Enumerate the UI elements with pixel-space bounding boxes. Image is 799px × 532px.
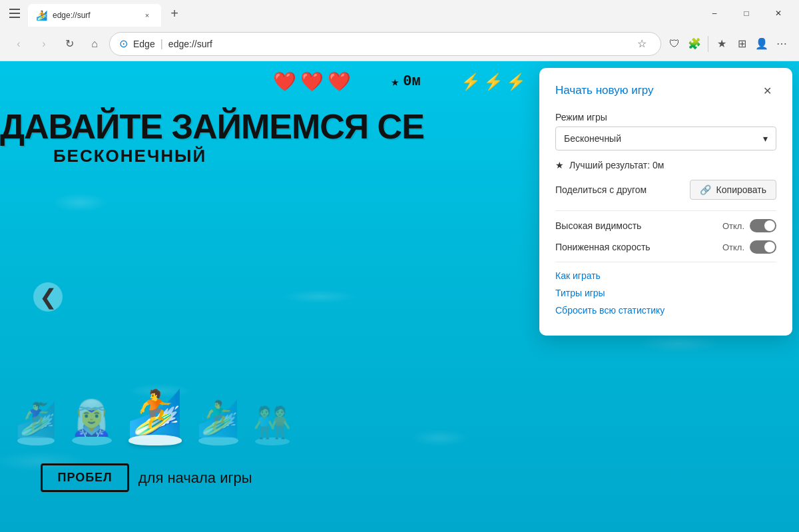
copy-button[interactable]: 🔗 Копировать [690,180,776,200]
game-area[interactable]: ❤️ ❤️ ❤️ ★ 0м ⚡ ⚡ ⚡ ⚙ ДАВАЙТЕ ЗАЙМЕМСЯ С… [0,61,799,532]
lives-display: ❤️ ❤️ ❤️ [273,71,351,93]
slow-speed-state: Откл. [722,242,744,252]
character-3-sprite: 🏄‍♂️ [196,398,240,439]
spacebar-key-label: ПРОБЕЛ [41,463,129,492]
panel-divider-1 [555,210,776,211]
score-value: 0м [403,73,420,90]
home-button[interactable]: ⌂ [84,33,105,55]
tab-bar: 🏄 edge://surf × + [5,2,184,25]
edge-logo-icon: ⊙ [119,37,128,50]
character-4-sprite: 🧑‍🤝‍🧑 [253,404,291,440]
credits-link[interactable]: Титры игры [555,288,776,298]
slow-speed-toggle[interactable] [750,240,776,254]
favorites-star-icon[interactable]: ☆ [633,35,651,53]
slow-speed-label: Пониженная скорость [555,242,651,252]
reload-button[interactable]: ↻ [59,33,80,55]
new-tab-button[interactable]: + [165,4,184,23]
main-character-sprite: 🏄 [127,387,183,440]
bolt-1-icon: ⚡ [461,73,481,91]
minimize-button[interactable]: – [699,4,730,23]
collections-icon[interactable]: ⊞ [732,35,751,53]
heart-3: ❤️ [328,71,351,93]
best-score-text: Лучший результат: 0м [569,160,664,170]
heart-1: ❤️ [273,71,296,93]
high-visibility-toggle-group: Откл. [722,219,776,232]
game-mode-label: Режим игры [555,112,776,123]
main-character-board [129,435,182,445]
tab-title: edge://surf [53,11,136,20]
shield-icon[interactable]: 🛡 [665,35,684,53]
back-button[interactable]: ‹ [8,33,29,55]
extensions-icon[interactable]: 🧩 [685,35,704,53]
address-bar: ‹ › ↻ ⌂ ⊙ Edge | edge://surf ☆ 🛡 🧩 ★ ⊞ 👤… [0,27,799,61]
address-right-icons: ☆ [633,35,651,53]
address-separator: | [160,38,163,50]
character-3: 🏄‍♂️ [196,398,240,445]
svg-rect-0 [9,9,20,10]
more-options-icon[interactable]: ⋯ [772,35,791,53]
main-character: 🏄 [127,387,183,445]
panel-header: Начать новую игру ✕ [555,81,776,100]
forward-button[interactable]: › [33,33,55,55]
slow-speed-row: Пониженная скорость Откл. [555,240,776,254]
link-icon: 🔗 [700,184,711,195]
settings-panel: Начать новую игру ✕ Режим игры Бесконечн… [539,68,792,336]
high-visibility-label: Высокая видимость [555,220,641,231]
sidebar-toggle-button[interactable] [5,4,24,23]
high-visibility-state: Откл. [722,221,744,231]
slow-speed-toggle-group: Откл. [722,240,776,254]
best-score-star-icon: ★ [555,160,564,170]
character-2-sprite: 🧝‍♀️ [70,398,113,438]
carousel-left-arrow[interactable]: ❮ [33,282,63,312]
start-prompt: ПРОБЕЛ для начала игры [33,463,260,492]
new-game-link[interactable]: Начать новую игру [555,84,654,97]
toolbar-right: 🛡 🧩 ★ ⊞ 👤 ⋯ [665,35,791,53]
character-4: 🧑‍🤝‍🧑 [253,404,291,445]
active-tab[interactable]: 🏄 edge://surf × [28,4,161,27]
high-visibility-row: Высокая видимость Откл. [555,219,776,232]
game-title-sub-text: БЕСКОНЕЧНЫЙ [0,146,260,166]
share-label-text: Поделиться с другом [555,184,647,195]
game-mode-section: Режим игры Бесконечный ▾ [555,112,776,150]
tab-favicon: 🏄 [36,10,47,21]
game-mode-select[interactable]: Бесконечный ▾ [555,127,776,150]
address-brand-label: Edge [133,39,155,49]
panel-close-button[interactable]: ✕ [758,81,776,100]
window-controls: – □ ✕ [699,4,794,23]
share-row: Поделиться с другом 🔗 Копировать [555,180,776,200]
how-to-play-link[interactable]: Как играть [555,270,776,281]
panel-divider-2 [555,262,776,262]
toolbar-separator [708,36,708,52]
start-instruction-text: для начала игры [138,469,252,487]
tab-close-button[interactable]: × [141,9,153,21]
score-display: ★ 0м [391,73,420,90]
browser-frame: 🏄 edge://surf × + – □ ✕ ‹ › ↻ ⌂ ⊙ Edge |… [0,0,799,532]
favorites-icon[interactable]: ★ [712,35,731,53]
profile-icon[interactable]: 👤 [752,35,771,53]
address-input[interactable]: ⊙ Edge | edge://surf ☆ [109,32,661,56]
maximize-button[interactable]: □ [731,4,762,23]
copy-label: Копировать [716,184,766,195]
game-mode-value: Бесконечный [564,133,621,144]
title-bar: 🏄 edge://surf × + – □ ✕ [0,0,799,27]
game-title-area: ДАВАЙТЕ ЗАЙМЕМСЯ СЕ БЕСКОНЕЧНЫЙ [0,108,260,166]
chevron-down-icon: ▾ [763,133,768,144]
characters-area: 🏄‍♀️ 🧝‍♀️ 🏄 🏄‍♂️ 🧑‍🤝‍🧑 [53,387,253,445]
game-title-main-text: ДАВАЙТЕ ЗАЙМЕМСЯ СЕ [0,108,260,146]
svg-rect-1 [9,13,20,14]
close-window-button[interactable]: ✕ [763,4,794,23]
reset-stats-link[interactable]: Сбросить всю статистику [555,305,776,316]
bolt-3-icon: ⚡ [506,73,526,91]
character-1-sprite: 🏄‍♀️ [15,400,57,439]
power-display: ⚡ ⚡ ⚡ [461,73,526,91]
heart-2: ❤️ [300,71,324,93]
character-2: 🧝‍♀️ [70,398,113,445]
high-visibility-toggle[interactable] [750,219,776,232]
character-1: 🏄‍♀️ [15,400,57,445]
score-star-icon: ★ [391,73,399,90]
svg-rect-2 [9,17,20,18]
address-url-text: edge://surf [168,39,212,49]
best-score-display: ★ Лучший результат: 0м [555,160,776,170]
bolt-2-icon: ⚡ [483,73,503,91]
